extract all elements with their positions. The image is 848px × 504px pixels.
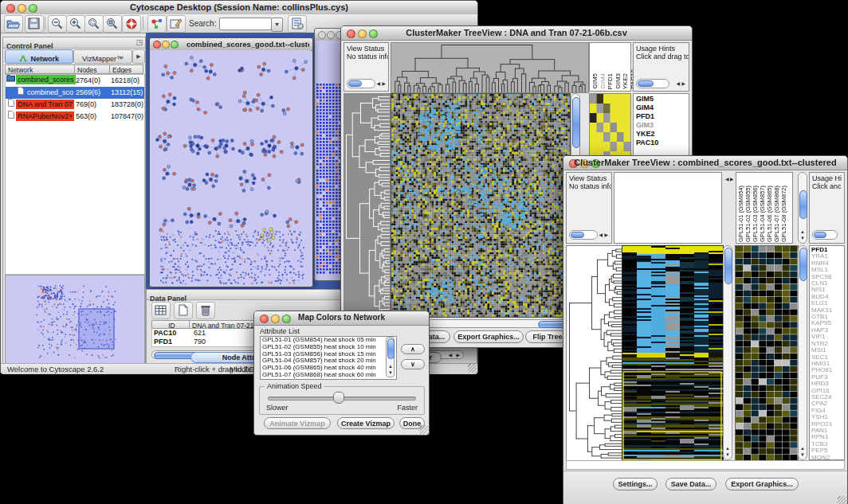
annotation-ring-icon[interactable] bbox=[122, 15, 141, 33]
move-down-button[interactable]: ∨ bbox=[401, 359, 425, 369]
search-input[interactable] bbox=[219, 18, 272, 30]
column-dendrogram-area[interactable] bbox=[614, 172, 722, 244]
scroll-up-icon[interactable]: ▲ bbox=[800, 229, 805, 235]
new-attribute-icon[interactable] bbox=[174, 302, 193, 319]
column-label[interactable]: YKE2 bbox=[622, 73, 630, 89]
scroll-up-icon[interactable]: ▲ bbox=[800, 446, 805, 451]
attribute-table-icon[interactable] bbox=[151, 302, 171, 319]
save-icon[interactable] bbox=[25, 15, 44, 33]
zoom-selected-icon[interactable] bbox=[84, 15, 104, 33]
column-label[interactable]: GPL51-06 (GSM865) bbox=[766, 186, 773, 242]
resize-grip[interactable] bbox=[468, 364, 477, 373]
minimize-icon[interactable] bbox=[162, 41, 170, 49]
move-up-button[interactable]: ∧ bbox=[401, 344, 425, 354]
column-label[interactable]: GPL51-01 (GSM854) bbox=[737, 186, 744, 242]
row-dendrogram[interactable] bbox=[344, 93, 391, 318]
create-vizmap-button[interactable]: Create Vizmap bbox=[337, 417, 395, 429]
attribute-doc-icon[interactable] bbox=[288, 15, 307, 33]
column-header-nodes[interactable]: Nodes bbox=[74, 64, 110, 74]
heatmap-zoom[interactable] bbox=[735, 245, 799, 462]
treeview2-title-bar[interactable]: ClusterMaker TreeView : combined_scores_… bbox=[563, 156, 847, 170]
column-label[interactable]: GPL51-07 (GSM868) bbox=[773, 186, 780, 242]
zoom-fit-icon[interactable] bbox=[103, 15, 122, 33]
close-icon[interactable] bbox=[153, 41, 161, 49]
main-title-bar[interactable]: Cytoscape Desktop (Session Name: collins… bbox=[1, 1, 477, 15]
scroll-left-icon[interactable]: ◀ bbox=[599, 232, 603, 238]
save-data-button[interactable]: Save Data... bbox=[665, 478, 716, 490]
view-status-scrollbar[interactable] bbox=[569, 230, 598, 240]
column-label[interactable]: GIM3 bbox=[614, 73, 622, 89]
column-label[interactable]: GPL51-08 (GSM872) bbox=[780, 186, 787, 242]
tab-vizmapper[interactable]: VizMapper™ bbox=[73, 49, 132, 64]
gene-label[interactable]: GIM5 bbox=[636, 95, 689, 104]
column-labels-scrollbar[interactable]: ▲ ▼ bbox=[798, 172, 807, 244]
gene-label[interactable]: MON2 bbox=[811, 455, 844, 460]
heatmap-global[interactable] bbox=[622, 245, 724, 462]
scroll-up-icon[interactable]: ▲ bbox=[388, 364, 393, 369]
scrollbar-thumb[interactable] bbox=[799, 248, 807, 281]
float-panel-icon[interactable]: ◳ bbox=[135, 38, 143, 46]
network-canvas[interactable] bbox=[150, 50, 311, 286]
scroll-down-icon[interactable]: ▼ bbox=[388, 370, 393, 376]
view-status-scrollbar[interactable] bbox=[347, 79, 375, 88]
zoom-in-icon[interactable] bbox=[66, 15, 85, 33]
column-header-edges[interactable]: Edges bbox=[109, 64, 143, 74]
row-dendrogram[interactable] bbox=[566, 245, 623, 462]
scroll-right-icon[interactable]: ▶ bbox=[604, 232, 608, 238]
column-label[interactable]: PFD1 bbox=[607, 73, 614, 89]
scroll-left-icon[interactable]: ◀ bbox=[376, 81, 380, 87]
scroll-down-icon[interactable]: ▼ bbox=[800, 236, 805, 241]
scroll-down-icon[interactable]: ▼ bbox=[725, 452, 730, 458]
column-label[interactable]: GPL51-02 (GSM855) bbox=[744, 186, 752, 242]
usage-hints-scrollbar[interactable] bbox=[636, 79, 669, 88]
edit-icon[interactable] bbox=[167, 15, 186, 33]
usage-hints-scrollbar[interactable] bbox=[812, 230, 838, 240]
dialog-title-bar[interactable]: Map Colors to Network bbox=[254, 311, 429, 326]
table-row[interactable]: combined_sco 2569(6) 13112(15) bbox=[6, 87, 144, 99]
column-label[interactable]: GIM5 bbox=[591, 73, 599, 89]
resize-grip[interactable] bbox=[838, 496, 846, 504]
gene-label[interactable]: YKE2 bbox=[636, 130, 689, 139]
list-item[interactable]: GPL51-07 (GSM868) heat shock 60 min bbox=[261, 372, 396, 379]
gene-label[interactable]: PFD1 bbox=[636, 112, 689, 121]
delete-attribute-icon[interactable] bbox=[196, 302, 215, 319]
heatmap-zoom[interactable] bbox=[590, 94, 630, 161]
scroll-right-icon[interactable]: ▶ bbox=[681, 81, 685, 87]
open-folder-icon[interactable] bbox=[4, 15, 23, 33]
scroll-left-icon[interactable]: ◀ bbox=[448, 353, 452, 358]
scrollbar-thumb[interactable] bbox=[572, 97, 580, 148]
settings-button[interactable]: Settings... bbox=[613, 478, 658, 490]
column-dendrogram[interactable] bbox=[391, 42, 589, 93]
zoom-out-icon[interactable] bbox=[48, 15, 67, 33]
column-label[interactable]: GPL51-03 (GSM856) bbox=[752, 186, 759, 242]
scroll-left-icon[interactable]: ◀ bbox=[676, 81, 680, 87]
scroll-up-icon[interactable]: ▲ bbox=[725, 446, 730, 451]
gene-list-scrollbar[interactable]: ▲ ▼ bbox=[798, 245, 807, 460]
vizmapper-icon[interactable] bbox=[147, 15, 167, 33]
scrollbar-thumb[interactable] bbox=[799, 190, 807, 219]
scroll-down-icon[interactable]: ▼ bbox=[800, 452, 805, 458]
column-header-id[interactable]: ID bbox=[151, 320, 190, 329]
resize-grip[interactable] bbox=[419, 425, 428, 434]
column-header-network[interactable]: Network bbox=[5, 64, 75, 74]
treeview1-title-bar[interactable]: ClusterMaker TreeView : DNA and Tran 07-… bbox=[341, 26, 692, 41]
heatmap-global[interactable] bbox=[391, 93, 571, 318]
network-window-title-bar[interactable]: combined_scores_good.txt--cluste... bbox=[150, 38, 312, 51]
export-graphics-button[interactable]: Export Graphics... bbox=[725, 478, 799, 490]
scrollbar-thumb[interactable] bbox=[724, 248, 732, 284]
zoom-window-icon[interactable] bbox=[171, 41, 179, 49]
table-row[interactable]: DNA and Tran 07 769(0) 183728(0) bbox=[6, 99, 144, 111]
scroll-left-icon[interactable]: ◀ bbox=[725, 177, 729, 182]
network-overview-panel[interactable] bbox=[5, 275, 145, 364]
scroll-right-icon[interactable]: ▶ bbox=[730, 177, 734, 182]
search-dropdown-icon[interactable]: ▼ bbox=[271, 18, 283, 32]
attribute-list-scrollbar[interactable]: ▲ ▼ bbox=[386, 337, 395, 377]
close-icon[interactable] bbox=[318, 31, 326, 39]
column-label[interactable]: GPL51-04 (GSM857) bbox=[759, 186, 766, 242]
scrollbar-thumb[interactable] bbox=[387, 338, 395, 359]
export-graphics-button[interactable]: Export Graphics... bbox=[453, 330, 524, 343]
minimize-icon[interactable] bbox=[327, 31, 335, 39]
speed-slider-thumb[interactable] bbox=[333, 392, 344, 404]
scroll-right-icon[interactable]: ▶ bbox=[456, 353, 460, 358]
table-row[interactable]: combined_scores 2764(0) 16218(0) bbox=[6, 75, 144, 87]
